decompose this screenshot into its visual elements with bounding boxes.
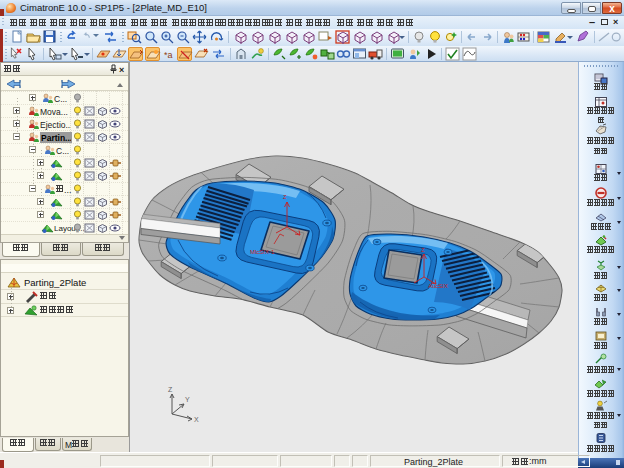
svg-text:MlcSIX-1: MlcSIX-1 xyxy=(250,249,275,255)
svg-text:X: X xyxy=(194,416,199,423)
svg-text:Z: Z xyxy=(168,386,173,393)
svg-text:*a: *a xyxy=(164,50,173,60)
svg-text:AucSIX: AucSIX xyxy=(428,283,448,289)
svg-text:Y: Y xyxy=(185,396,190,403)
